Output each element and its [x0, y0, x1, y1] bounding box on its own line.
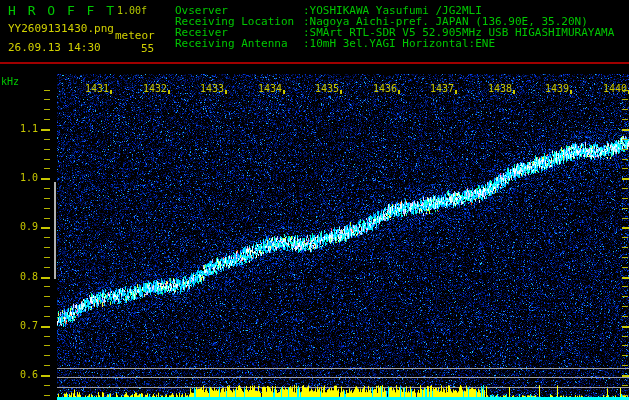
freq-tick-label: 0.6	[6, 370, 38, 380]
time-tick-label: 1434	[254, 84, 282, 94]
station-info-row: Receiving Antenna:10mH 3el.YAGI Horizont…	[175, 38, 614, 49]
time-tick-label: 1433	[196, 84, 224, 94]
time-tick-label: 1432	[139, 84, 167, 94]
freq-tick-label: 1.0	[6, 173, 38, 183]
spectrogram-canvas	[0, 0, 629, 400]
datetime-label: 26.09.13 14:30	[8, 41, 101, 54]
app-version: 1.00f	[117, 5, 147, 16]
time-tick-label: 1439	[541, 84, 569, 94]
time-tick-label: 1435	[311, 84, 339, 94]
hrofft-screen: H R O F F T 1.00f YY2609131430.png meteo…	[0, 0, 629, 400]
time-tick-label: 1436	[369, 84, 397, 94]
info-label: Receiving Antenna	[175, 38, 303, 49]
meteor-count: 55	[141, 42, 154, 55]
station-info: Ovserver:YOSHIKAWA Yasufumi /JG2MLIRecei…	[175, 5, 614, 49]
time-tick-label: 1431	[81, 84, 109, 94]
freq-unit-label: kHz	[1, 76, 19, 87]
time-tick-label: 1440	[599, 84, 627, 94]
freq-tick-label: 0.7	[6, 321, 38, 331]
mode-label: meteor	[115, 29, 155, 42]
freq-tick-label: 0.8	[6, 272, 38, 282]
time-tick-label: 1437	[426, 84, 454, 94]
freq-tick-label: 0.9	[6, 222, 38, 232]
freq-tick-label: 1.1	[6, 124, 38, 134]
time-tick-label: 1438	[484, 84, 512, 94]
info-value: :10mH 3el.YAGI Horizontal:ENE	[303, 37, 495, 50]
output-filename: YY2609131430.png	[8, 22, 114, 35]
app-title: H R O F F T	[8, 3, 116, 18]
header-separator-line	[0, 62, 629, 64]
